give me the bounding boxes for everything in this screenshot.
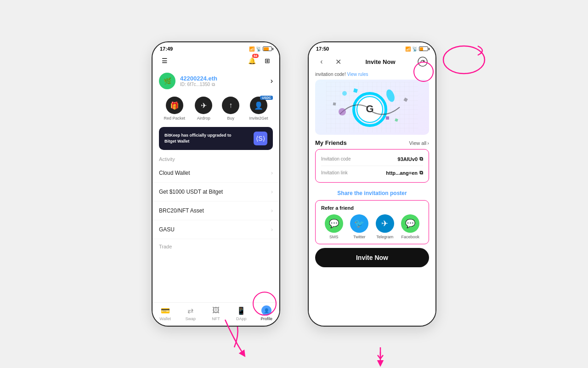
nav-label-nft: NFT	[212, 316, 220, 321]
sms-label: SMS	[329, 235, 339, 239]
phone1-content: ☰ 🔔 64 ⊞ 🌿 42200224.eth ID: 6f7c...1350 …	[153, 53, 279, 302]
svg-rect-12	[333, 103, 336, 106]
battery-icon-2	[419, 46, 428, 51]
list-item-cloud-wallet[interactable]: Cloud Wallet ›	[153, 164, 279, 183]
status-icons-2: 📶 📡	[405, 46, 428, 52]
status-icons-1: 📶 📡	[249, 46, 272, 52]
social-facebook[interactable]: 💬 Facebook	[401, 214, 419, 239]
activity-section-title: Activity	[153, 152, 279, 164]
signal-icon-2: 📶	[405, 46, 411, 52]
refer-box: Refer a friend 💬 SMS 🐦 Twitter ✈ Telegra…	[315, 200, 429, 244]
invite-illustration: G	[315, 80, 429, 135]
view-all-link[interactable]: View all ›	[409, 140, 429, 146]
invitation-code-label: Invitation code	[321, 156, 351, 161]
nav-wallet[interactable]: 💳 Wallet	[155, 305, 175, 321]
svg-rect-8	[386, 116, 389, 120]
account-row[interactable]: 🌿 42200224.eth ID: 6f7c...1350 ⧉ ›	[153, 70, 279, 92]
trade-section-title: Trade	[153, 239, 279, 251]
svg-point-11	[342, 91, 347, 96]
social-telegram[interactable]: ✈ Telegram	[376, 214, 394, 239]
banner-logo: ⟨S⟩	[254, 132, 267, 145]
buy-icon: ↑	[222, 97, 239, 114]
view-all-chevron: ›	[427, 140, 429, 146]
wallet-icon: 💳	[160, 305, 170, 316]
usdc-badge: USDC	[260, 96, 273, 100]
facebook-icon: 💬	[401, 214, 419, 233]
account-avatar: 🌿	[159, 73, 175, 89]
social-twitter[interactable]: 🐦 Twitter	[350, 214, 368, 239]
copy-code-icon[interactable]: ⧉	[419, 156, 423, 162]
social-sms[interactable]: 💬 SMS	[325, 214, 343, 239]
view-rules-link[interactable]: View rules	[347, 72, 368, 77]
friends-header: My Friends View all ›	[309, 135, 435, 149]
svg-point-10	[339, 108, 346, 115]
battery-icon	[263, 46, 272, 51]
profile-avatar: 👤	[261, 305, 271, 316]
close-icon[interactable]: ✕	[332, 55, 345, 68]
divider	[321, 166, 423, 166]
airdrop-icon: ✈	[195, 97, 212, 114]
copy-icon[interactable]: ⧉	[212, 82, 215, 87]
wifi-icon: 📡	[256, 46, 261, 52]
nav-profile[interactable]: 👤 Profile	[256, 305, 277, 321]
sms-icon: 💬	[325, 214, 343, 233]
topbar-left: ☰	[159, 55, 170, 66]
layout-icon[interactable]: ⊞	[262, 55, 273, 66]
nav-nft[interactable]: 🖼 NFT	[206, 305, 226, 321]
phone2-frame: 17:50 📶 📡 ‹ ✕ Invite Now invita	[308, 41, 436, 327]
phone1-frame: 17:49 📶 📡 ☰ 🔔 64 ⊞ 🌿	[152, 41, 280, 327]
nft-icon: 🖼	[211, 305, 221, 316]
action-buy[interactable]: ↑ Buy	[222, 97, 239, 121]
nav-label-dapp: DApp	[236, 316, 247, 321]
phone2-topbar: ‹ ✕ Invite Now	[309, 53, 435, 72]
facebook-label: Facebook	[401, 235, 419, 239]
signal-icon: 📶	[249, 46, 254, 52]
account-info: 42200224.eth ID: 6f7c...1350 ⧉	[180, 75, 266, 87]
refer-title: Refer a friend	[321, 205, 423, 211]
svg-text:G: G	[366, 103, 373, 115]
banner-text: BitKeep has officially upgraded to Bitge…	[164, 132, 238, 144]
topbar-right: 🔔 64 ⊞	[246, 55, 273, 66]
quick-actions: 🎁 Red Packet ✈ Airdrop ↑ Buy 👤 Invite2Ge…	[153, 92, 279, 125]
invitation-link-row: Invitation link http...ang=en ⧉	[321, 168, 423, 178]
friends-title: My Friends	[315, 139, 347, 146]
invite-now-button[interactable]: Invite Now	[315, 248, 429, 267]
chevron-icon-2: ›	[271, 189, 273, 195]
share-poster-button[interactable]: Share the invitation poster	[309, 186, 435, 200]
bottom-nav: 💳 Wallet ⇄ Swap 🖼 NFT 📱 DApp 👤 Profile	[153, 302, 279, 326]
back-icon[interactable]: ‹	[315, 55, 328, 68]
nav-swap[interactable]: ⇄ Swap	[181, 305, 201, 321]
swap-icon: ⇄	[186, 305, 196, 316]
invite-now-title: Invite Now	[348, 58, 413, 65]
action-label-1: Red Packet	[164, 116, 186, 121]
invite-text: invitation code! View rules	[309, 72, 435, 80]
twitter-icon: 🐦	[350, 214, 368, 233]
dapp-icon: 📱	[236, 305, 246, 316]
action-red-packet[interactable]: 🎁 Red Packet	[164, 97, 186, 121]
menu-icon[interactable]: ☰	[159, 55, 170, 66]
time-1: 17:49	[160, 46, 173, 52]
list-item-brc20[interactable]: BRC20/NFT Asset ›	[153, 201, 279, 220]
action-label-4: Invite2Get	[249, 116, 268, 121]
nav-label-wallet: Wallet	[159, 316, 171, 321]
action-label-3: Buy	[227, 116, 235, 121]
chevron-icon-1: ›	[271, 170, 273, 176]
telegram-label: Telegram	[376, 235, 393, 239]
svg-point-0	[418, 57, 427, 66]
list-item-usdt[interactable]: Get $1000 USDT at Bitget ›	[153, 183, 279, 201]
phone2-content: ‹ ✕ Invite Now invitation code! View rul…	[309, 53, 435, 326]
notification-icon[interactable]: 🔔 64	[246, 55, 257, 66]
account-id: ID: 6f7c...1350 ⧉	[180, 82, 266, 87]
twitter-label: Twitter	[353, 235, 366, 239]
invite-code-box: Invitation code 93AIUv0 ⧉ Invitation lin…	[315, 149, 429, 183]
nav-dapp[interactable]: 📱 DApp	[231, 305, 251, 321]
action-invite2get[interactable]: 👤 Invite2Get	[249, 97, 268, 121]
list-item-gasu[interactable]: GASU ›	[153, 220, 279, 239]
invitation-link-label: Invitation link	[321, 170, 348, 175]
share-refresh-icon[interactable]	[416, 55, 429, 68]
upgrade-banner[interactable]: BitKeep has officially upgraded to Bitge…	[159, 127, 273, 150]
nav-label-profile: Profile	[261, 316, 273, 321]
nav-label-swap: Swap	[186, 316, 196, 321]
copy-link-icon[interactable]: ⧉	[419, 170, 423, 176]
action-airdrop[interactable]: ✈ Airdrop	[195, 97, 212, 121]
